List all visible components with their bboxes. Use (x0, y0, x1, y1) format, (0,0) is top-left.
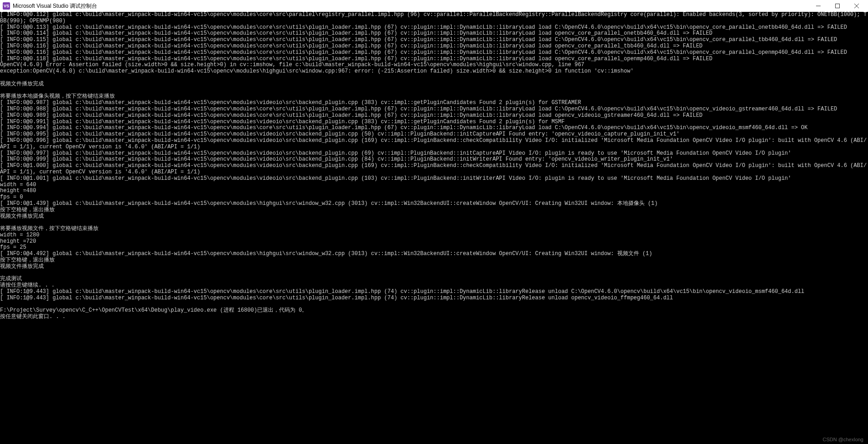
svg-rect-1 (836, 4, 840, 8)
window-title-bar: VS Microsoft Visual Studio 调试控制台 (0, 0, 868, 12)
watermark: CSDN @chexlong (823, 437, 863, 442)
close-button[interactable] (847, 0, 866, 12)
window-controls (809, 0, 866, 12)
minimize-button[interactable] (809, 0, 828, 12)
window-title: Microsoft Visual Studio 调试控制台 (13, 2, 97, 10)
title-left: VS Microsoft Visual Studio 调试控制台 (3, 2, 97, 10)
maximize-button[interactable] (828, 0, 847, 12)
console-output[interactable]: [ INFO:0@0.112] global c:\build\master_w… (0, 12, 868, 320)
vs-app-icon: VS (3, 2, 10, 10)
